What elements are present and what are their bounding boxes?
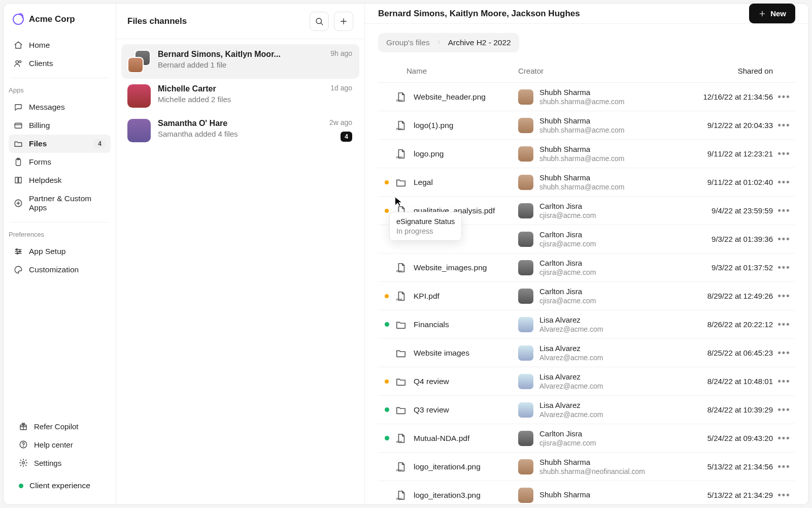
creator-avatar <box>518 431 533 446</box>
folder-icon <box>395 376 407 387</box>
row-actions-button[interactable]: ••• <box>773 347 795 358</box>
col-name[interactable]: Name <box>378 67 518 75</box>
table-row[interactable]: PNG logo_iteration3.png Shubh Sharma 5/1… <box>378 481 795 505</box>
creator-name: Carlton Jisra <box>539 202 671 210</box>
nav-item-app-setup[interactable]: App Setup <box>9 242 111 261</box>
table-row[interactable]: Legal Shubh Sharma shubh.sharma@acme.com… <box>378 168 795 197</box>
nav-item-help-center[interactable]: Help center <box>14 435 106 454</box>
table-row[interactable]: PDF KPI.pdf Carlton Jisra cjisra@acme.co… <box>378 282 795 310</box>
nav-item-refer-copilot[interactable]: Refer Copilot <box>14 417 106 435</box>
row-actions-button[interactable]: ••• <box>773 262 795 273</box>
shared-timestamp: 9/3/22 at 01:37:52 <box>671 263 773 272</box>
row-actions-button[interactable]: ••• <box>773 376 795 387</box>
more-icon: ••• <box>778 91 791 102</box>
nav-item-label: Clients <box>29 59 53 68</box>
shared-timestamp: 12/16/22 at 21:34:56 <box>671 92 773 101</box>
nav-item-partner-custom-apps[interactable]: Partner & Custom Apps <box>9 189 111 217</box>
nav-item-customization[interactable]: Customization <box>9 261 111 279</box>
channel-item[interactable]: Bernard Simons, Kaitlyn Moor... Bernard … <box>121 44 359 79</box>
main-panel: Bernard Simons, Kaitlyn Moore, Jackson H… <box>365 4 808 504</box>
shared-timestamp: 5/24/22 at 09:43:20 <box>671 434 773 442</box>
new-channel-button[interactable] <box>334 12 353 31</box>
table-header: Name Creator Shared on <box>378 59 795 83</box>
chevron-right-icon <box>436 38 442 47</box>
creator-name: Shubh Sharma <box>539 88 671 97</box>
plus-icon <box>339 17 348 26</box>
row-actions-button[interactable]: ••• <box>773 433 795 443</box>
channel-item[interactable]: Michelle Carter Michelle added 2 files 1… <box>121 79 359 113</box>
breadcrumb-root[interactable]: Group's files <box>386 38 430 47</box>
table-row[interactable]: PNG Website_header.png Shubh Sharma shub… <box>378 83 795 111</box>
more-icon: ••• <box>778 461 791 472</box>
shared-timestamp: 8/24/22 at 10:48:01 <box>671 377 773 386</box>
help-icon <box>19 440 28 449</box>
table-row[interactable]: PNG logo(1).png Shubh Sharma shubh.sharm… <box>378 111 795 140</box>
table-row[interactable]: PNG Website_images.png Carlton Jisra cji… <box>378 253 795 282</box>
table-row[interactable]: Q4 review Lisa Alvarez Alvarez@acme.com … <box>378 367 795 396</box>
status-dot-icon <box>385 407 389 412</box>
brand[interactable]: Acme Corp <box>4 9 116 34</box>
col-shared[interactable]: Shared on <box>671 67 773 75</box>
creator-name: Lisa Alvarez <box>539 315 671 324</box>
new-button[interactable]: New <box>749 4 795 23</box>
row-actions-button[interactable]: ••• <box>773 291 795 301</box>
more-icon: ••• <box>778 120 791 131</box>
brand-logo-icon <box>13 14 24 25</box>
table-row[interactable]: Website images Lisa Alvarez Alvarez@acme… <box>378 339 795 367</box>
channel-item[interactable]: Samantha O' Hare Samantha added 4 files … <box>121 113 359 148</box>
creator-email: Alvarez@acme.com <box>539 382 671 390</box>
table-row[interactable]: PDF qualitative_analysis.pdf Carlton Jis… <box>378 197 795 225</box>
main-title: Bernard Simons, Kaitlyn Moore, Jackson H… <box>378 9 580 19</box>
new-button-label: New <box>770 9 786 18</box>
row-actions-button[interactable]: ••• <box>773 319 795 330</box>
status-dot-icon <box>385 379 389 384</box>
folder-icon <box>395 319 407 330</box>
book-icon <box>14 176 23 185</box>
search-button[interactable] <box>310 12 329 31</box>
table-row[interactable]: PNG logo.png Shubh Sharma shubh.sharma@a… <box>378 140 795 168</box>
avatar <box>127 119 151 142</box>
nav-item-files[interactable]: Files 4 <box>9 135 111 153</box>
file-name: Legal <box>414 178 518 187</box>
table-row[interactable]: Financials Lisa Alvarez Alvarez@acme.com… <box>378 310 795 339</box>
nav-item-home[interactable]: Home <box>9 36 111 54</box>
nav-item-label: Helpdesk <box>29 176 62 185</box>
channel-timestamp: 1d ago <box>330 84 352 92</box>
row-actions-button[interactable]: ••• <box>773 91 795 102</box>
channel-title: Bernard Simons, Kaitlyn Moor... <box>158 50 353 59</box>
row-actions-button[interactable]: ••• <box>773 461 795 472</box>
client-experience-link[interactable]: Client experience <box>9 474 111 493</box>
nav-item-label: Home <box>29 41 50 50</box>
table-row[interactable]: PDF Mutual-NDA.pdf Carlton Jisra cjisra@… <box>378 424 795 453</box>
nav-item-billing[interactable]: Billing <box>9 116 111 135</box>
nav-item-clients[interactable]: Clients <box>9 54 111 73</box>
row-actions-button[interactable]: ••• <box>773 234 795 244</box>
clipboard-icon <box>14 157 23 167</box>
row-actions-button[interactable]: ••• <box>773 205 795 216</box>
creator-avatar <box>518 118 533 133</box>
esignature-tooltip: eSignature Status In progress <box>389 212 462 241</box>
shared-timestamp: 9/3/22 at 01:39:36 <box>671 235 773 243</box>
creator-avatar <box>518 146 533 162</box>
channel-title: Samantha O' Hare <box>158 119 353 128</box>
row-actions-button[interactable]: ••• <box>773 120 795 131</box>
more-icon: ••• <box>778 376 791 387</box>
nav-item-forms[interactable]: Forms <box>9 153 111 171</box>
status-dot-icon <box>385 209 389 213</box>
file-name: Q3 review <box>414 405 518 415</box>
nav-item-messages[interactable]: Messages <box>9 98 111 116</box>
table-row[interactable]: Q3 review Lisa Alvarez Alvarez@acme.com … <box>378 396 795 424</box>
row-actions-button[interactable]: ••• <box>773 404 795 415</box>
channel-subtitle: Samantha added 4 files <box>158 130 353 138</box>
svg-point-19 <box>23 446 24 447</box>
nav-item-label: Partner & Custom Apps <box>29 194 106 212</box>
row-actions-button[interactable]: ••• <box>773 490 795 500</box>
nav-item-settings[interactable]: Settings <box>14 454 106 472</box>
row-actions-button[interactable]: ••• <box>773 177 795 187</box>
table-row[interactable]: PNG logo_iteration4.png Shubh Sharma shu… <box>378 453 795 481</box>
col-creator[interactable]: Creator <box>518 67 671 75</box>
row-actions-button[interactable]: ••• <box>773 148 795 159</box>
shared-timestamp: 5/13/22 at 21:34:29 <box>671 491 773 499</box>
file-name: Website_images.png <box>414 263 518 272</box>
nav-item-helpdesk[interactable]: Helpdesk <box>9 171 111 189</box>
